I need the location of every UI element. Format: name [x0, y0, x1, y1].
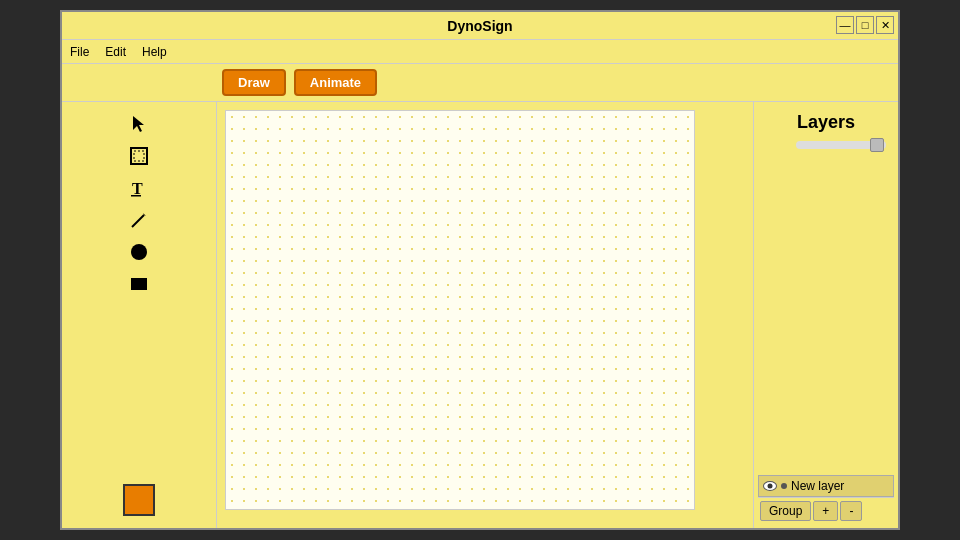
app-title: DynoSign	[447, 18, 512, 34]
svg-text:T: T	[132, 180, 143, 197]
menu-help[interactable]: Help	[142, 45, 167, 59]
svg-line-5	[132, 215, 144, 227]
layer-dot-icon	[781, 483, 787, 489]
svg-rect-2	[134, 151, 144, 161]
layers-slider-row	[758, 139, 894, 155]
svg-point-7	[131, 244, 147, 260]
svg-marker-0	[133, 116, 144, 132]
opacity-slider[interactable]	[796, 141, 886, 149]
layers-panel: Layers New layer Group + -	[753, 102, 898, 528]
layers-title: Layers	[758, 106, 894, 139]
rect-tool[interactable]	[125, 270, 153, 298]
svg-rect-1	[131, 148, 147, 164]
layer-visibility-icon[interactable]	[763, 481, 777, 491]
canvas-area	[217, 102, 753, 528]
title-bar: DynoSign — □ ✕	[62, 12, 898, 40]
toolbox: T	[62, 102, 217, 528]
minimize-button[interactable]: —	[836, 16, 854, 34]
new-layer-row[interactable]: New layer	[758, 475, 894, 497]
pen-tool[interactable]	[125, 206, 153, 234]
main-area: T	[62, 102, 898, 528]
animate-button[interactable]: Animate	[294, 69, 377, 96]
select-tool[interactable]	[125, 110, 153, 138]
slider-thumb[interactable]	[870, 138, 884, 152]
window-controls: — □ ✕	[836, 16, 894, 34]
svg-rect-8	[131, 278, 147, 290]
close-button[interactable]: ✕	[876, 16, 894, 34]
toolbar: Draw Animate	[62, 64, 898, 102]
color-swatch[interactable]	[123, 484, 155, 516]
app-window: DynoSign — □ ✕ File Edit Help Draw Anima…	[60, 10, 900, 530]
drawing-canvas[interactable]	[225, 110, 695, 510]
menu-bar: File Edit Help	[62, 40, 898, 64]
menu-edit[interactable]: Edit	[105, 45, 126, 59]
layers-list	[758, 155, 894, 475]
add-layer-button[interactable]: +	[813, 501, 838, 521]
svg-rect-4	[131, 195, 141, 197]
circle-tool[interactable]	[125, 238, 153, 266]
group-button[interactable]: Group	[760, 501, 811, 521]
text-tool[interactable]: T	[125, 174, 153, 202]
new-layer-label: New layer	[791, 479, 844, 493]
restore-button[interactable]: □	[856, 16, 874, 34]
remove-layer-button[interactable]: -	[840, 501, 862, 521]
menu-file[interactable]: File	[70, 45, 89, 59]
frame-tool[interactable]	[125, 142, 153, 170]
draw-button[interactable]: Draw	[222, 69, 286, 96]
layers-bottom-bar: Group + -	[758, 497, 894, 524]
